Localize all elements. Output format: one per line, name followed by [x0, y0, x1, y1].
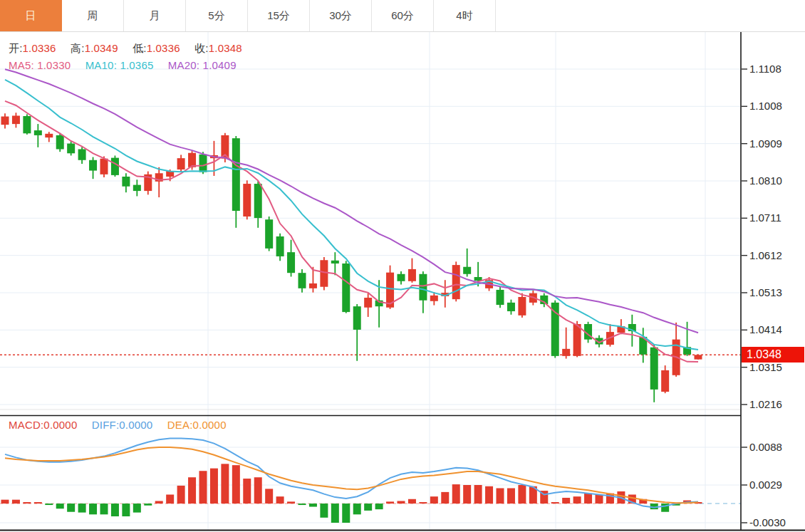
macd-hist-bar — [232, 465, 240, 504]
macd-hist-bar — [298, 504, 306, 505]
macd-hist-bar — [353, 504, 361, 514]
macd-hist-bar — [12, 500, 20, 504]
candle-body — [309, 283, 317, 288]
y-axis-label: 1.0810 — [749, 174, 782, 187]
candle-body — [331, 261, 339, 264]
candle-body — [573, 324, 581, 356]
ma5-line — [5, 101, 698, 362]
candle-body — [650, 348, 658, 390]
y-axis-label: 1.0711 — [749, 212, 781, 224]
candle-body — [243, 184, 251, 217]
candle-body — [254, 184, 262, 218]
macd-hist-bar — [67, 504, 75, 512]
tab-60min[interactable]: 60分 — [372, 0, 434, 31]
y-axis-label: 0.0088 — [749, 441, 782, 453]
low-label: 低: — [133, 42, 147, 54]
candle-body — [287, 252, 295, 273]
candle-body — [353, 306, 361, 330]
macd-hist-bar — [78, 504, 86, 513]
macd-readout: MACD:0.0000 DIFF:0.0000 DEA:0.0000 — [9, 419, 227, 431]
ma5-label: MA5: — [9, 59, 34, 71]
macd-hist-bar — [596, 494, 603, 504]
candle-body — [463, 267, 471, 274]
candle-body — [518, 297, 526, 315]
candle-body — [34, 130, 42, 135]
macd-hist-bar — [122, 504, 130, 516]
y-axis-label: -0.0030 — [749, 516, 786, 528]
candle-body — [199, 155, 207, 172]
close-label: 收: — [194, 42, 209, 54]
macd-label: MACD: — [9, 419, 43, 431]
macd-hist-bar — [188, 477, 196, 504]
tab-15min[interactable]: 15分 — [248, 0, 310, 31]
candle-body — [122, 177, 130, 187]
tab-day[interactable]: 日 — [0, 0, 62, 31]
macd-value: 0.0000 — [43, 419, 77, 431]
dea-label: DEA: — [167, 419, 193, 431]
candle-body — [507, 303, 515, 311]
ma20-value: 1.0409 — [203, 59, 237, 71]
candle-body — [133, 185, 141, 191]
candle-body — [67, 144, 75, 154]
candle-body — [408, 269, 416, 281]
macd-hist-bar — [287, 501, 295, 504]
y-axis-label: 1.0315 — [749, 361, 782, 373]
macd-hist-bar — [177, 486, 185, 504]
macd-hist-bar — [155, 501, 163, 504]
macd-hist-bar — [331, 504, 339, 523]
candle-body — [419, 274, 427, 301]
macd-hist-bar — [221, 464, 229, 504]
candle-body — [276, 236, 284, 256]
tab-week[interactable]: 周 — [62, 0, 124, 31]
trading-chart-screen: 日周月5分15分30分60分4时 1.11081.10081.09091.081… — [0, 0, 805, 532]
macd-hist-bar — [463, 485, 471, 504]
macd-hist-bar — [430, 496, 438, 504]
macd-hist-bar — [452, 484, 460, 504]
macd-hist-bar — [309, 504, 317, 506]
macd-hist-bar — [408, 499, 416, 504]
macd-hist-bar — [398, 501, 405, 504]
macd-hist-bar — [89, 504, 97, 514]
ma-readout: MA5: 1.0330 MA10: 1.0365 MA20: 1.0409 — [9, 59, 237, 71]
tab-5min[interactable]: 5分 — [186, 0, 248, 31]
macd-hist-bar — [34, 502, 42, 504]
macd-hist-bar — [497, 488, 504, 504]
macd-hist-bar — [254, 477, 262, 504]
macd-hist-bar — [45, 504, 53, 505]
macd-hist-bar — [386, 501, 394, 504]
macd-hist-bar — [100, 504, 108, 514]
tab-30min[interactable]: 30分 — [310, 0, 372, 31]
macd-hist-bar — [485, 486, 493, 504]
candle-body — [232, 138, 240, 211]
tab-month[interactable]: 月 — [124, 0, 186, 31]
y-axis-label: 1.0612 — [749, 249, 782, 261]
open-value: 1.0336 — [23, 42, 56, 54]
macd-hist-bar — [1, 500, 9, 504]
candle-body — [695, 355, 702, 359]
ma5-value: 1.0330 — [37, 59, 71, 71]
macd-hist-bar — [210, 469, 218, 504]
low-value: 1.0336 — [147, 42, 180, 54]
candle-body — [364, 298, 372, 308]
open-label: 开: — [9, 42, 23, 54]
diff-line — [5, 438, 698, 507]
candle-body — [265, 219, 273, 249]
current-price-tag: 1.0348 — [742, 347, 804, 363]
macd-hist-bar — [584, 494, 592, 504]
high-value: 1.0349 — [85, 42, 118, 54]
high-label: 高: — [71, 42, 85, 54]
tab-4hour[interactable]: 4时 — [434, 0, 496, 31]
candle-body — [298, 273, 306, 288]
candle-body — [1, 117, 9, 125]
y-axis-label: 0.0029 — [749, 479, 782, 491]
price-chart-canvas[interactable]: 1.11081.10081.09091.08101.07111.06121.05… — [0, 0, 805, 532]
candle-body — [45, 134, 53, 137]
macd-hist-bar — [364, 504, 372, 511]
macd-hist-bar — [551, 502, 559, 504]
ma20-label: MA20: — [168, 59, 199, 71]
macd-hist-bar — [507, 488, 515, 504]
macd-hist-bar — [276, 496, 284, 504]
macd-hist-bar — [265, 489, 273, 504]
macd-hist-bar — [419, 502, 427, 504]
y-axis-label: 1.0513 — [749, 286, 782, 298]
